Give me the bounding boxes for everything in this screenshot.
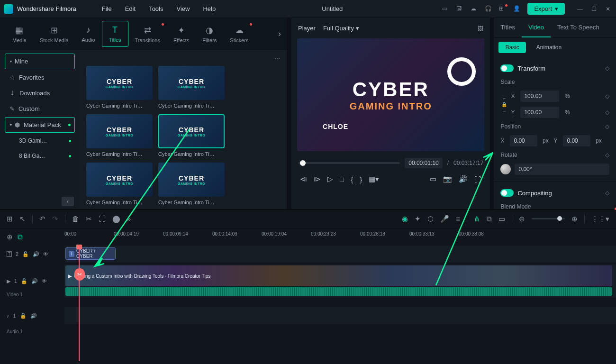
sidebar-sub-3d-gaming[interactable]: 3D Gami… [5,134,75,148]
cut-button[interactable]: ✂ [86,215,92,223]
zoom-in-button[interactable]: ⊕ [571,215,578,223]
ruler[interactable]: 00:0000:00:04:1900:00:09:1400:00:14:0900… [64,228,616,246]
preview-viewport[interactable]: CYBER GAMING INTRO CHLOE [297,38,484,151]
pointer-icon[interactable]: ↖ [19,215,26,223]
thumbnail[interactable]: CYBERGAMING INTRO [86,163,153,197]
keyframe-icon[interactable]: ◇ [605,152,609,158]
tab-titles[interactable]: TTitles [102,21,128,47]
thumbnail[interactable]: CYBERGAMING INTRO [86,66,153,100]
mark-out-button[interactable]: } [360,175,362,183]
playhead[interactable] [79,247,80,361]
subtitle-icon[interactable]: ≡ [456,215,460,223]
export-button[interactable]: Export▾ [527,3,565,15]
quality-select[interactable]: Full Quality ▾ [321,23,369,34]
track-lock-icon[interactable]: 🔓 [21,278,27,284]
stop-button[interactable]: □ [340,175,344,183]
track-visible-icon[interactable]: 👁 [42,278,47,284]
next-frame-button[interactable]: ⧐ [314,175,321,183]
track-lock-icon[interactable]: 🔓 [20,313,27,319]
menu-edit[interactable]: Edit [118,5,142,12]
keyframe-icon[interactable]: ◇ [605,109,609,116]
fullscreen-button[interactable]: ⛶ [474,175,481,183]
delete-button[interactable]: 🗑 [72,215,79,223]
track-visible-icon[interactable]: 👁 [43,251,48,257]
maximize-button[interactable]: ☐ [591,6,598,12]
rotate-dial[interactable] [500,164,511,174]
tab-transitions[interactable]: ⇄Transitions [128,21,167,47]
tab-stock-media[interactable]: ⊞Stock Media [33,21,75,47]
device-icon[interactable]: ▭ [442,5,450,13]
track-lock-icon[interactable]: 🔓 [22,251,29,257]
rotate-input[interactable] [515,164,609,175]
sidebar-collapse-button[interactable]: ‹ [62,197,74,206]
crop-button[interactable]: ⛶ [99,215,106,223]
minimize-button[interactable]: — [577,6,584,12]
speed-button[interactable]: ▦▾ [369,175,379,183]
record-button[interactable]: ⬤ [112,215,120,223]
tab-stickers[interactable]: ☁Stickers [223,21,255,47]
track-mute-icon[interactable]: 🔊 [31,278,38,284]
scrubber[interactable] [298,162,400,164]
save-icon[interactable]: 🖫 [456,5,464,13]
prev-frame-button[interactable]: ⧏ [300,175,307,183]
snapshot-icon[interactable]: 🖼 [478,25,483,32]
menu-help[interactable]: Help [196,5,222,12]
menu-file[interactable]: File [95,5,118,12]
sidebar-item-custom[interactable]: ✎Custom [5,101,75,116]
lock-icon[interactable]: 🔒 [501,102,507,107]
keyframe-icon[interactable]: ◇ [605,93,609,100]
account-icon[interactable]: 👤 [513,5,521,13]
tab-effects[interactable]: ✦Effects [167,21,196,47]
thumbnail[interactable]: CYBERGAMING INTRO [158,66,225,100]
keyframe-icon[interactable]: ◇ [605,190,609,196]
enhance-icon[interactable]: ✦ [415,215,421,223]
keyframe-icon[interactable]: ◇ [605,65,609,72]
thumbnail[interactable]: CYBERGAMING INTRO [158,163,225,197]
thumbnail[interactable]: CYBERGAMING INTRO [86,114,153,148]
compositing-toggle[interactable] [500,189,514,197]
prop-tab-titles[interactable]: Titles [494,18,522,37]
marker-icon[interactable]: ▭ [498,215,505,223]
sidebar-item-downloads[interactable]: ⭳Downloads [5,86,75,100]
pos-y-input[interactable] [563,135,590,146]
undo-button[interactable]: ↶ [39,215,45,223]
track-link-icon[interactable]: ⧉ [18,233,23,241]
sidebar-item-mine[interactable]: ▾Mine [5,54,75,69]
view-icon[interactable]: ⋮⋮▾ [591,215,609,223]
sidebar-sub-8bit-gaming[interactable]: 8 Bit Ga… [5,149,75,163]
audio-waveform[interactable] [65,287,612,296]
track-mute-icon[interactable]: 🔊 [33,251,39,257]
sidebar-item-material-pack[interactable]: ▾⬢Material Pack [5,117,75,133]
more-tabs-button[interactable]: › [278,29,281,39]
prop-tab-video[interactable]: Video [522,18,551,37]
subtab-animation[interactable]: Animation [530,42,568,53]
track-add-icon[interactable]: ⊕ [7,233,13,241]
zoom-out-button[interactable]: ⊖ [519,215,525,223]
pos-x-input[interactable] [510,135,537,146]
close-button[interactable]: ✕ [606,6,612,12]
tab-audio[interactable]: ♪Audio [75,21,102,46]
cloud-icon[interactable]: ☁ [471,5,478,13]
apps-icon[interactable]: ⊞ [499,5,507,13]
scale-y-input[interactable] [520,107,559,118]
capture-button[interactable]: 📷 [443,175,452,183]
link-icon[interactable]: ⧉ [487,215,492,223]
play-button[interactable]: ▷ [327,175,333,183]
magnet-icon[interactable]: ⋔ [474,215,480,223]
transform-toggle[interactable] [500,64,514,72]
zoom-slider[interactable] [532,218,565,219]
subtab-basic[interactable]: Basic [498,42,525,53]
layout-icon[interactable]: ⊞ [7,215,13,223]
volume-button[interactable]: 🔊 [459,175,468,183]
shield-icon[interactable]: ⬡ [427,215,434,223]
cut-marker[interactable]: ✂ [74,268,85,281]
menu-view[interactable]: View [170,5,196,12]
headphones-icon[interactable]: 🎧 [485,5,492,13]
keyframe-icon[interactable]: ◇ [605,123,609,130]
ai-button[interactable]: ◉ [402,215,408,223]
thumbnail[interactable]: CYBERGAMING INTRO [158,114,225,148]
redo-button[interactable]: ↷ [52,215,58,223]
mic-icon[interactable]: 🎤 [440,215,449,223]
more-tools-button[interactable]: » [127,215,131,223]
track-mute-icon[interactable]: 🔊 [30,313,37,319]
